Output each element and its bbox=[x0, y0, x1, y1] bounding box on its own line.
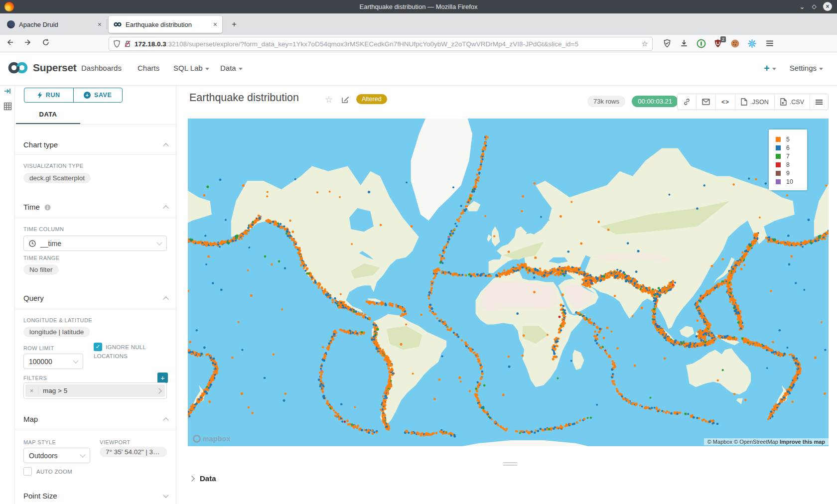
section-point-size[interactable]: Point Size bbox=[23, 492, 168, 500]
legend-item: 9 bbox=[776, 169, 807, 177]
map-style-select[interactable]: Outdoors bbox=[23, 448, 90, 463]
nav-sql-lab[interactable]: SQL Lab bbox=[173, 64, 209, 72]
tab-data[interactable]: DATA bbox=[16, 111, 80, 118]
chart-menu-button[interactable] bbox=[810, 94, 828, 110]
run-button[interactable]: RUN bbox=[24, 88, 74, 102]
settings-menu[interactable]: Settings bbox=[790, 64, 823, 72]
chevron-up-icon bbox=[163, 143, 168, 148]
auto-zoom-checkbox[interactable] bbox=[23, 467, 32, 476]
section-time[interactable]: Time bbox=[23, 203, 168, 211]
snowflake-extension-icon[interactable] bbox=[747, 39, 757, 49]
map-container[interactable]: 5678910 mapbox © Mapbox © OpenStreetMap … bbox=[188, 119, 829, 446]
url-text: 172.18.0.3:32108/superset/explore/?form_… bbox=[135, 40, 639, 48]
ublock-icon[interactable]: 2 bbox=[713, 39, 723, 49]
mapbox-logo[interactable]: mapbox bbox=[193, 435, 230, 443]
envelope-icon bbox=[702, 99, 710, 105]
cookie-extension-icon[interactable] bbox=[730, 39, 740, 49]
superset-navbar: Superset Dashboards Charts SQL Lab Data … bbox=[0, 52, 837, 86]
filter-box: × mag > 5 bbox=[23, 382, 167, 399]
legend-swatch bbox=[776, 162, 781, 167]
lonlat-label: LONGITUDE & LATITUDE bbox=[23, 317, 92, 323]
ublock-badge: 2 bbox=[720, 36, 726, 42]
url-input[interactable]: 172.18.0.3:32108/superset/explore/?form_… bbox=[109, 37, 653, 51]
add-new-button[interactable]: + bbox=[764, 63, 776, 74]
time-range-label: TIME RANGE bbox=[23, 255, 59, 261]
time-column-select[interactable]: __time bbox=[23, 236, 167, 251]
improve-map-link[interactable]: Improve this map bbox=[780, 439, 825, 445]
brand-name: Superset bbox=[33, 62, 76, 74]
filters-label: FILTERS bbox=[23, 375, 47, 381]
link-icon bbox=[683, 98, 691, 106]
ignore-null-checkbox[interactable]: ✓ bbox=[94, 343, 102, 351]
tab-apache-druid[interactable]: Apache Druid × bbox=[2, 16, 107, 33]
section-query[interactable]: Query bbox=[23, 294, 168, 302]
collapse-panel-icon[interactable] bbox=[3, 87, 11, 95]
export-csv-button[interactable]: .CSV bbox=[775, 94, 810, 110]
tab-close-icon[interactable]: × bbox=[213, 20, 217, 28]
tab-earthquake-distribution[interactable]: Earthquake distribution × bbox=[109, 16, 222, 33]
insecure-lock-icon[interactable] bbox=[124, 40, 131, 48]
legend-item: 8 bbox=[776, 160, 807, 169]
query-timer-badge: 00:00:03.21 bbox=[632, 96, 678, 107]
tab-close-icon[interactable]: × bbox=[98, 20, 102, 28]
filter-value: mag > 5 bbox=[38, 387, 153, 394]
window-maximize-button[interactable]: ◇ bbox=[810, 3, 818, 10]
viz-type-pill[interactable]: deck.gl Scatterplot bbox=[23, 173, 91, 183]
bookmark-star-icon[interactable]: ☆ bbox=[642, 39, 648, 48]
clock-icon bbox=[29, 240, 36, 247]
remove-filter-icon[interactable]: × bbox=[25, 387, 38, 394]
nav-dashboards[interactable]: Dashboards bbox=[81, 64, 122, 72]
chart-panel: Earthquake distribution ☆ Altered 73k ro… bbox=[177, 86, 837, 504]
save-button[interactable]: + SAVE bbox=[74, 88, 123, 102]
extension-green-icon[interactable] bbox=[697, 39, 706, 49]
chevron-right-icon bbox=[189, 476, 194, 481]
reload-icon[interactable] bbox=[42, 38, 53, 49]
window-close-button[interactable]: × bbox=[823, 2, 832, 11]
nav-data[interactable]: Data bbox=[220, 64, 243, 72]
expand-filter-icon[interactable] bbox=[153, 389, 165, 393]
nav-charts[interactable]: Charts bbox=[138, 64, 159, 72]
section-map[interactable]: Map bbox=[23, 415, 168, 423]
lonlat-pill[interactable]: longitude | latitude bbox=[23, 327, 90, 337]
favorite-star-icon[interactable]: ☆ bbox=[325, 94, 333, 105]
data-results-label: Data bbox=[200, 474, 216, 483]
browser-toolbar: 172.18.0.3:32108/superset/explore/?form_… bbox=[0, 35, 837, 52]
back-icon[interactable] bbox=[6, 38, 17, 49]
embed-code-button[interactable]: <> bbox=[716, 94, 735, 110]
downloads-icon[interactable] bbox=[680, 39, 690, 49]
edit-properties-icon[interactable] bbox=[341, 96, 349, 104]
add-filter-button[interactable]: + bbox=[157, 373, 168, 383]
dataset-grid-icon[interactable] bbox=[3, 102, 12, 111]
export-json-button[interactable]: .JSON bbox=[735, 94, 775, 110]
run-save-buttons: RUN + SAVE bbox=[24, 88, 123, 103]
chevron-down-icon bbox=[80, 452, 85, 457]
new-tab-button[interactable]: + bbox=[228, 18, 240, 30]
row-limit-select[interactable]: 100000 bbox=[23, 354, 83, 369]
world-map-canvas[interactable] bbox=[188, 119, 829, 446]
copy-link-button[interactable] bbox=[678, 94, 697, 110]
shield-icon[interactable] bbox=[113, 40, 121, 48]
filter-pill[interactable]: × mag > 5 bbox=[25, 384, 165, 397]
resize-drag-handle[interactable] bbox=[503, 462, 517, 467]
ignore-null-label: IGNORE NULLLOCATIONS bbox=[106, 343, 146, 361]
menu-icon[interactable] bbox=[765, 39, 775, 49]
time-range-pill[interactable]: No filter bbox=[23, 264, 59, 275]
altered-badge[interactable]: Altered bbox=[356, 94, 387, 104]
section-chart-type[interactable]: Chart type bbox=[23, 140, 168, 149]
email-button[interactable] bbox=[697, 94, 716, 110]
attribution-text[interactable]: © Mapbox © OpenStreetMap bbox=[707, 439, 780, 445]
info-icon bbox=[44, 204, 51, 211]
forward-icon[interactable] bbox=[24, 38, 35, 49]
data-results-expander[interactable]: Data bbox=[190, 474, 216, 483]
viewport-pill[interactable]: 7° 35' 54.02" | 31... bbox=[100, 447, 167, 457]
druid-favicon bbox=[7, 20, 15, 28]
protections-shield-icon[interactable] bbox=[663, 39, 673, 49]
superset-logo[interactable]: Superset bbox=[7, 60, 76, 75]
rowcount-badge: 73k rows bbox=[587, 96, 625, 107]
window-title: Earthquake distribution — Mozilla Firefo… bbox=[0, 3, 837, 10]
map-legend: 5678910 bbox=[769, 129, 807, 190]
legend-label: 6 bbox=[786, 144, 790, 151]
legend-item: 6 bbox=[776, 143, 807, 152]
legend-item: 5 bbox=[776, 135, 807, 143]
window-minimize-button[interactable]: ⌄ bbox=[798, 3, 806, 10]
